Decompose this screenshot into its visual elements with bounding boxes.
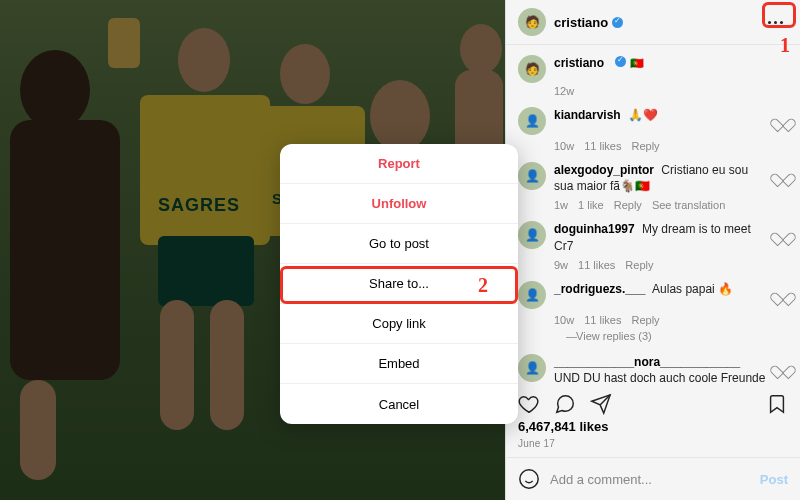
modal-item-cancel[interactable]: Cancel — [280, 384, 518, 424]
modal-item-unfollow[interactable]: Unfollow — [280, 184, 518, 224]
modal-backdrop[interactable] — [505, 0, 800, 500]
modal-item-share-to[interactable]: Share to... — [280, 264, 518, 304]
modal-item-report[interactable]: Report — [280, 144, 518, 184]
modal-item-copy-link[interactable]: Copy link — [280, 304, 518, 344]
options-modal: ReportUnfollowGo to postShare to...Copy … — [280, 144, 518, 424]
modal-item-embed[interactable]: Embed — [280, 344, 518, 384]
modal-item-go-to-post[interactable]: Go to post — [280, 224, 518, 264]
